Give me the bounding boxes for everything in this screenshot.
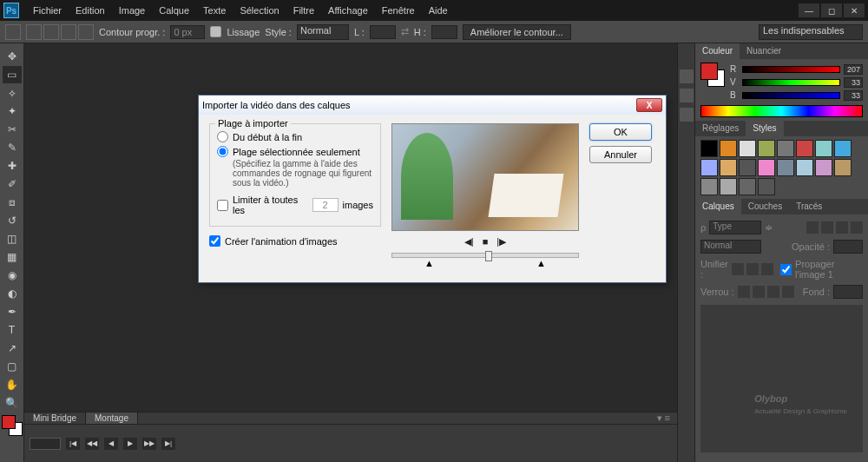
tl-first-icon[interactable]: |◀ — [66, 438, 80, 450]
character-icon[interactable] — [680, 108, 694, 122]
paragraph-icon[interactable] — [680, 89, 694, 102]
eraser-tool[interactable]: ◫ — [3, 230, 22, 248]
menu-text[interactable]: Texte — [196, 0, 233, 21]
slider-B-value[interactable]: 33 — [844, 90, 863, 101]
style-swatch-11[interactable] — [758, 159, 775, 176]
dialog-close-button[interactable]: X — [636, 98, 662, 112]
style-swatch-13[interactable] — [796, 159, 813, 176]
style-swatch-12[interactable] — [777, 159, 794, 176]
slider-V-value[interactable]: 33 — [844, 77, 863, 88]
tl-prev-icon[interactable]: ◀◀ — [85, 438, 99, 450]
tab-montage[interactable]: Montage — [86, 412, 138, 425]
foreground-swatch[interactable] — [2, 415, 16, 429]
style-swatch-5[interactable] — [796, 140, 813, 157]
preview-stop-icon[interactable]: ■ — [483, 236, 489, 248]
style-swatch-1[interactable] — [720, 140, 737, 157]
panel-menu-icon[interactable]: ▾ ≡ — [650, 412, 677, 424]
stamp-tool[interactable]: ⧈ — [3, 194, 22, 211]
style-swatch-8[interactable] — [700, 159, 718, 176]
heal-tool[interactable]: ✚ — [3, 157, 22, 175]
style-select[interactable]: Normal — [297, 24, 349, 40]
tl-play-icon[interactable]: ▶ — [123, 438, 137, 450]
tab-adjustments[interactable]: Réglages — [695, 121, 746, 136]
move-tool[interactable]: ✥ — [3, 48, 22, 65]
style-swatch-4[interactable] — [777, 140, 794, 157]
style-swatch-18[interactable] — [739, 178, 756, 195]
style-swatch-6[interactable] — [815, 140, 832, 157]
limit-checkbox[interactable] — [217, 200, 228, 211]
tab-channels[interactable]: Couches — [741, 199, 789, 214]
panel-color-swatches[interactable] — [700, 63, 725, 87]
style-swatch-19[interactable] — [758, 178, 775, 195]
preview-next-icon[interactable]: |▶ — [496, 236, 506, 248]
slider-R-value[interactable]: 207 — [844, 64, 863, 75]
crop-tool[interactable]: ✂ — [3, 121, 22, 138]
zoom-tool[interactable]: 🔍 — [3, 394, 22, 412]
dodge-tool[interactable]: ◐ — [3, 285, 22, 302]
refine-edge-button[interactable]: Améliorer le contour... — [463, 24, 571, 40]
style-swatch-15[interactable] — [834, 159, 852, 176]
preview-scrubber[interactable] — [391, 253, 579, 258]
tab-mini-bridge[interactable]: Mini Bridge — [24, 412, 86, 425]
brush-tool[interactable]: ✐ — [3, 175, 22, 193]
menu-help[interactable]: Aide — [422, 0, 455, 21]
create-anim-checkbox[interactable] — [209, 235, 220, 247]
gradient-tool[interactable]: ▦ — [3, 248, 22, 266]
style-swatch-14[interactable] — [815, 159, 832, 176]
tab-layers[interactable]: Calques — [695, 199, 741, 214]
menu-filter[interactable]: Filtre — [286, 0, 321, 21]
limit-input[interactable] — [312, 198, 339, 212]
maximize-button[interactable]: ◻ — [821, 3, 842, 17]
sel-add-icon[interactable] — [43, 24, 59, 40]
slider-V[interactable] — [742, 79, 840, 86]
sel-new-icon[interactable] — [26, 24, 42, 40]
propagate-checkbox[interactable] — [780, 264, 792, 275]
menu-edit[interactable]: Edition — [69, 0, 112, 21]
type-tool[interactable]: T — [3, 321, 22, 339]
fill-input[interactable] — [833, 285, 863, 299]
style-swatch-7[interactable] — [834, 140, 852, 157]
wand-tool[interactable]: ✦ — [3, 102, 22, 120]
radio-selected-range[interactable] — [217, 146, 228, 157]
lasso-tool[interactable]: ⟡ — [3, 84, 22, 102]
history-icon[interactable] — [680, 69, 694, 83]
workspace-select[interactable]: Les indispensables — [759, 24, 863, 40]
menu-image[interactable]: Image — [112, 0, 153, 21]
style-swatch-17[interactable] — [720, 178, 737, 195]
style-swatch-2[interactable] — [739, 140, 756, 157]
tl-fwd-icon[interactable]: ▶▶ — [142, 438, 156, 450]
cancel-button[interactable]: Annuler — [589, 146, 652, 163]
slider-R[interactable] — [742, 66, 840, 73]
eyedropper-tool[interactable]: ✎ — [3, 139, 22, 156]
menu-layer[interactable]: Calque — [152, 0, 196, 21]
style-swatch-16[interactable] — [700, 178, 718, 195]
sel-intersect-icon[interactable] — [78, 24, 94, 40]
radio-beginning-to-end[interactable] — [217, 131, 228, 142]
ok-button[interactable]: OK — [589, 123, 652, 141]
close-button[interactable]: ✕ — [844, 3, 865, 17]
minimize-button[interactable]: — — [799, 3, 819, 17]
blur-tool[interactable]: ◉ — [3, 267, 22, 284]
range-in-marker[interactable]: ▲ — [424, 258, 434, 268]
color-ramp[interactable] — [700, 105, 863, 117]
tool-preset-icon[interactable] — [5, 24, 21, 40]
opacity-input[interactable] — [833, 240, 863, 254]
pen-tool[interactable]: ✒ — [3, 303, 22, 320]
tl-last-icon[interactable]: ▶| — [161, 438, 175, 450]
timeline-frame-select[interactable] — [30, 438, 61, 450]
path-tool[interactable]: ↗ — [3, 340, 22, 357]
tl-back-icon[interactable]: ◀ — [104, 438, 118, 450]
feather-input[interactable] — [170, 25, 205, 39]
style-swatch-0[interactable] — [700, 140, 718, 157]
tab-paths[interactable]: Tracés — [789, 199, 829, 214]
tab-swatches[interactable]: Nuancier — [740, 43, 788, 59]
preview-prev-icon[interactable]: ◀| — [464, 236, 474, 248]
shape-tool[interactable]: ▢ — [3, 358, 22, 375]
style-swatch-3[interactable] — [758, 140, 775, 157]
menu-file[interactable]: Fichier — [26, 0, 69, 21]
menu-view[interactable]: Affichage — [321, 0, 375, 21]
style-swatch-9[interactable] — [720, 159, 737, 176]
slider-B[interactable] — [742, 92, 840, 99]
menu-selection[interactable]: Sélection — [233, 0, 286, 21]
range-out-marker[interactable]: ▲ — [536, 258, 546, 268]
